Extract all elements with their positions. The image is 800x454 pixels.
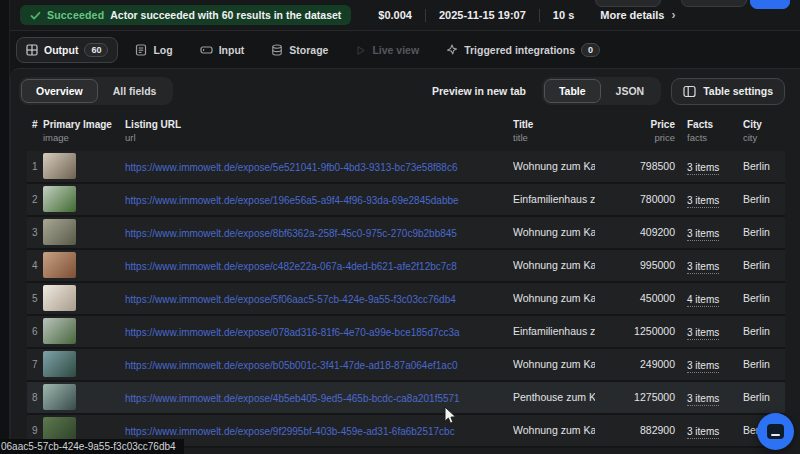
listing-thumbnail-image[interactable]: [43, 318, 76, 344]
row-index: 4: [27, 260, 43, 271]
table-row: 3 https://www.immowelt.de/expose/8bf6362…: [27, 217, 785, 250]
run-status-bar: Succeeded Actor succeeded with 60 result…: [10, 0, 800, 31]
listing-city: Berlin: [737, 160, 785, 172]
listing-price: 798500: [595, 160, 679, 172]
listing-price: 450000: [595, 292, 679, 304]
listing-title: Wohnung zum Kauf: [513, 424, 595, 436]
listing-city: Berlin: [737, 391, 785, 403]
listing-city: Berlin: [737, 226, 785, 238]
listing-url-link[interactable]: https://www.immowelt.de/expose/5e521041-…: [125, 162, 457, 173]
row-index: 3: [27, 227, 43, 238]
tab-overview[interactable]: Overview: [21, 79, 98, 103]
tab-live-view: Live view: [345, 38, 429, 62]
facts-expand-link[interactable]: 3 items: [687, 228, 719, 241]
tab-log[interactable]: Log: [125, 38, 182, 62]
row-index: 5: [27, 293, 43, 304]
listing-url-link[interactable]: https://www.immowelt.de/expose/196e56a5-…: [125, 195, 459, 206]
preview-in-new-tab-link[interactable]: Preview in new tab: [432, 85, 526, 97]
view-switch-group: Overview All fields: [19, 77, 173, 105]
listing-title: Einfamilienhaus zum Kauf: [513, 193, 595, 205]
tab-table-format[interactable]: Table: [544, 79, 601, 103]
facts-expand-link[interactable]: 3 items: [687, 327, 719, 340]
table-row: 2 https://www.immowelt.de/expose/196e56a…: [27, 184, 785, 217]
listing-price: 249000: [595, 358, 679, 370]
listing-thumbnail-image[interactable]: [43, 384, 76, 410]
chat-bubble-icon: [767, 424, 784, 439]
facts-expand-link[interactable]: 3 items: [687, 393, 719, 406]
more-details-link[interactable]: More details ›: [587, 8, 688, 22]
row-index: 1: [27, 161, 43, 172]
listing-price: 409200: [595, 226, 679, 238]
listing-url-link[interactable]: https://www.immowelt.de/expose/b05b001c-…: [125, 360, 457, 371]
facts-expand-link[interactable]: 3 items: [687, 162, 719, 175]
listing-url-link[interactable]: https://www.immowelt.de/expose/078ad316-…: [125, 327, 460, 338]
listing-price: 1275000: [595, 391, 679, 403]
cutoff-button-2[interactable]: [681, 0, 747, 7]
cutoff-primary-button[interactable]: [750, 0, 790, 9]
listing-title: Einfamilienhaus zum Kauf: [513, 325, 595, 337]
link-preview-statusbar: 06aac5-57cb-424e-9a55-f3c03cc76db4: [0, 439, 184, 454]
listing-price: 1250000: [595, 325, 679, 337]
collapsed-sidebar-edge: [0, 0, 10, 454]
col-price: Price price: [595, 118, 679, 144]
listing-thumbnail-image[interactable]: [43, 252, 76, 278]
col-primary-image: Primary Image image: [43, 118, 125, 144]
listing-price: 882900: [595, 424, 679, 436]
listing-url-link[interactable]: https://www.immowelt.de/expose/5f06aac5-…: [125, 294, 456, 305]
col-title: Title title: [513, 118, 595, 144]
listing-title: Wohnung zum Kauf: [513, 226, 595, 238]
run-cost: $0.004: [365, 9, 425, 21]
table-grid-icon: [26, 44, 38, 56]
listing-thumbnail-image[interactable]: [43, 219, 76, 245]
input-field-icon: [200, 44, 213, 56]
col-index: #: [32, 118, 43, 132]
row-index: 8: [27, 392, 43, 403]
listing-city: Berlin: [737, 358, 785, 370]
facts-expand-link[interactable]: 3 items: [687, 261, 719, 274]
table-row: 6 https://www.immowelt.de/expose/078ad31…: [27, 316, 785, 349]
chat-launcher-button[interactable]: [757, 413, 794, 450]
table-header: # Primary Image image Listing URL url Ti…: [27, 113, 785, 151]
facts-expand-link[interactable]: 3 items: [687, 426, 719, 439]
listing-url-link[interactable]: https://www.immowelt.de/expose/8bf6362a-…: [125, 228, 457, 239]
tab-triggered-integrations[interactable]: Triggered integrations 0: [436, 37, 610, 63]
listing-url-link[interactable]: https://www.immowelt.de/expose/c482e22a-…: [125, 261, 457, 272]
tab-storage[interactable]: Storage: [261, 38, 338, 62]
integration-spark-icon: [446, 44, 458, 56]
run-duration: 10 s: [540, 9, 587, 21]
tab-input[interactable]: Input: [190, 38, 255, 62]
listing-city: Berlin: [737, 259, 785, 271]
log-icon: [135, 44, 147, 56]
listing-price: 995000: [595, 259, 679, 271]
facts-expand-link[interactable]: 3 items: [687, 360, 719, 373]
listing-url-link[interactable]: https://www.immowelt.de/expose/9f2995bf-…: [125, 426, 455, 437]
listing-thumbnail-image[interactable]: [43, 186, 76, 212]
listing-price: 780000: [595, 193, 679, 205]
table-row: 1 https://www.immowelt.de/expose/5e52104…: [27, 151, 785, 184]
listing-title: Wohnung zum Kauf: [513, 259, 595, 271]
table-row: 8 https://www.immowelt.de/expose/4b5eb40…: [27, 382, 785, 415]
listing-title: Wohnung zum Kauf: [513, 160, 595, 172]
dataset-toolbar: Overview All fields Preview in new tab T…: [11, 69, 800, 113]
run-datetime: 2025-11-15 19:07: [426, 9, 539, 21]
listing-title: Wohnung zum Kauf: [513, 292, 595, 304]
listing-thumbnail-image[interactable]: [43, 285, 76, 311]
listing-city: Berlin: [737, 193, 785, 205]
listing-thumbnail-image[interactable]: [43, 351, 76, 377]
run-tabs: Output 60 Log Input Storage Live view Tr…: [10, 32, 800, 68]
facts-expand-link[interactable]: 3 items: [687, 195, 719, 208]
row-index: 6: [27, 326, 43, 337]
cutoff-button-1[interactable]: [595, 0, 661, 7]
listing-title: Wohnung zum Kauf: [513, 358, 595, 370]
play-icon: [355, 45, 366, 56]
listing-thumbnail-image[interactable]: [43, 153, 76, 179]
table-body: 1 https://www.immowelt.de/expose/5e52104…: [27, 151, 785, 448]
facts-expand-link[interactable]: 4 items: [687, 294, 719, 307]
listing-url-link[interactable]: https://www.immowelt.de/expose/4b5eb405-…: [125, 393, 460, 404]
table-row: 7 https://www.immowelt.de/expose/b05b001…: [27, 349, 785, 382]
tab-output[interactable]: Output 60: [16, 37, 118, 63]
tab-all-fields[interactable]: All fields: [98, 79, 172, 103]
table-settings-button[interactable]: Table settings: [671, 78, 785, 105]
listing-city: Berlin: [737, 325, 785, 337]
tab-json-format[interactable]: JSON: [601, 79, 660, 103]
